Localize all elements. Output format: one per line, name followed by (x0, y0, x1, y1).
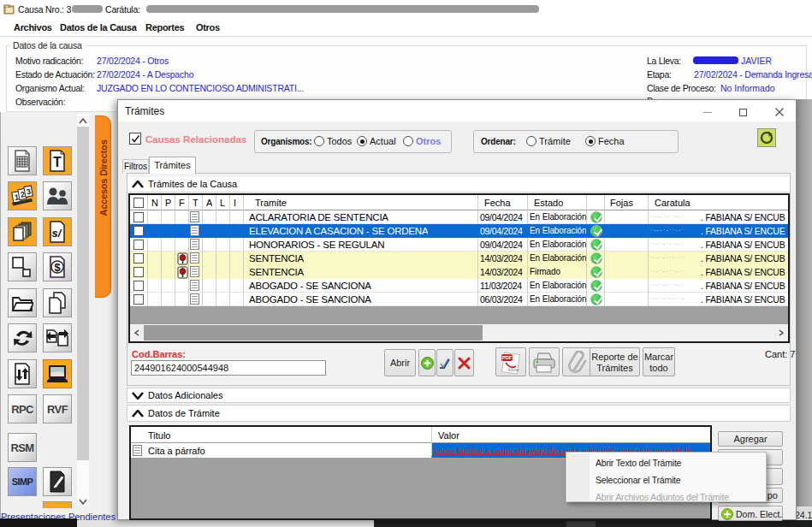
svg-text:s/: s/ (52, 227, 62, 240)
svg-text:PDF: PDF (502, 355, 513, 360)
svg-text:Adobe: Adobe (507, 368, 519, 372)
svg-text:T: T (53, 155, 62, 169)
svg-text:$: $ (54, 261, 61, 274)
